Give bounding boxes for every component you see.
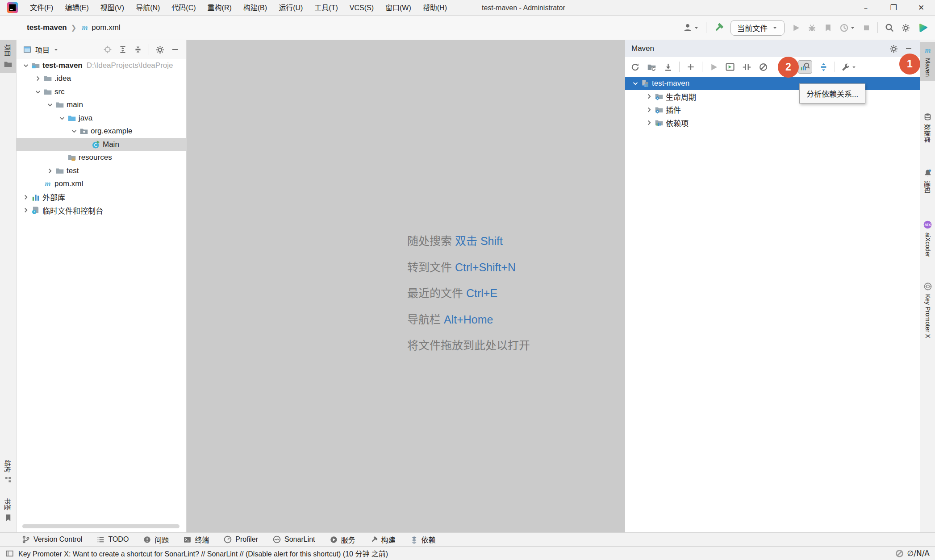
- stripe-tab-数据库[interactable]: 数据库: [920, 108, 935, 147]
- stripe-tab-书签[interactable]: 书签: [0, 494, 16, 526]
- debug-button[interactable]: [807, 23, 817, 33]
- tool-window-button-SonarLint[interactable]: SonarLint: [267, 533, 321, 546]
- collapse-all-button[interactable]: [134, 45, 142, 54]
- toggle-panels-button[interactable]: [5, 549, 14, 558]
- chevron-right-icon[interactable]: [21, 193, 31, 201]
- project-tree-row[interactable]: 外部库: [17, 191, 186, 204]
- generate-sources-button[interactable]: [646, 62, 657, 72]
- chevron-down-icon[interactable]: [45, 101, 55, 109]
- tool-window-button-Version-Control[interactable]: Version Control: [16, 533, 88, 546]
- maven-tree-row[interactable]: 生命周期: [625, 90, 920, 104]
- menu-item[interactable]: 代码(C): [166, 0, 201, 16]
- tool-window-button-TODO[interactable]: TODO: [91, 533, 134, 546]
- project-panel-title[interactable]: 项目: [35, 44, 50, 55]
- chevron-down-icon[interactable]: [630, 79, 640, 87]
- maven-tree-row[interactable]: m test-maven: [625, 77, 920, 90]
- bottom-tool-window-bar: Version Control TODO 问题 终端 Profiler Sona…: [0, 532, 935, 546]
- tool-window-button-构建[interactable]: 构建: [364, 533, 401, 546]
- download-sources-button[interactable]: [663, 62, 673, 72]
- menu-item[interactable]: 文件(F): [24, 0, 59, 16]
- stripe-tab-Maven[interactable]: m Maven: [920, 42, 935, 81]
- stripe-tab-aiXcoder[interactable]: AiX aiXcoder: [920, 216, 935, 261]
- menu-item[interactable]: 构建(B): [238, 0, 273, 16]
- build-hammer-button[interactable]: [713, 22, 724, 33]
- chevron-down-icon[interactable]: [53, 47, 59, 53]
- chevron-right-icon[interactable]: [33, 75, 43, 83]
- chevron-right-icon[interactable]: [644, 119, 654, 127]
- execute-goal-button[interactable]: [725, 62, 735, 72]
- project-tree-row[interactable]: src: [17, 85, 186, 99]
- run-goal-button[interactable]: [708, 62, 719, 72]
- stripe-tab-通知[interactable]: 通知: [920, 165, 935, 197]
- stripe-tab-Key-Promoter-X[interactable]: Key Promoter X: [920, 278, 935, 342]
- menu-item[interactable]: 帮助(H): [417, 0, 453, 16]
- skip-tests-button[interactable]: [741, 62, 752, 72]
- stripe-tab-结构[interactable]: 结构: [0, 456, 16, 488]
- project-tree-row[interactable]: test: [17, 164, 186, 178]
- maven-settings-button[interactable]: [889, 44, 898, 54]
- maximize-button[interactable]: ❐: [880, 0, 907, 15]
- chevron-down-icon[interactable]: [21, 62, 31, 70]
- chevron-down-icon[interactable]: [33, 88, 43, 96]
- hide-maven-panel-button[interactable]: [905, 45, 913, 53]
- tool-window-button-Profiler[interactable]: Profiler: [218, 533, 263, 546]
- chevron-down-icon[interactable]: [57, 114, 67, 122]
- breadcrumb-file[interactable]: m pom.xml: [80, 23, 120, 32]
- user-account-button[interactable]: [683, 23, 699, 33]
- libraries-icon: [31, 193, 41, 202]
- menu-item[interactable]: 运行(U): [273, 0, 309, 16]
- minimize-button[interactable]: –: [852, 0, 880, 15]
- project-tree-row[interactable]: main: [17, 99, 186, 112]
- plugin-logo-icon[interactable]: [917, 22, 929, 33]
- tool-window-button-依赖[interactable]: 依赖: [405, 533, 441, 546]
- divider: [877, 22, 878, 33]
- horizontal-scrollbar[interactable]: [22, 524, 179, 528]
- project-tree-row[interactable]: m pom.xml: [17, 178, 186, 191]
- chevron-down-icon[interactable]: [69, 127, 79, 135]
- analyze-dependencies-button[interactable]: [798, 60, 812, 74]
- menu-item[interactable]: 重构(R): [202, 0, 238, 16]
- close-button[interactable]: ✕: [907, 0, 935, 15]
- search-everywhere-button[interactable]: [885, 23, 894, 33]
- project-tree-row[interactable]: 临时文件和控制台: [17, 204, 186, 217]
- project-tree-row[interactable]: test-maven D:\IdeaProjects\IdeaProje: [17, 59, 186, 72]
- menu-item[interactable]: 窗口(W): [380, 0, 417, 16]
- offline-mode-button[interactable]: [758, 62, 768, 72]
- menu-item[interactable]: 编辑(E): [59, 0, 94, 16]
- stop-button[interactable]: [862, 24, 871, 32]
- run-configuration-select[interactable]: 当前文件: [730, 20, 785, 36]
- chevron-right-icon[interactable]: [21, 206, 31, 214]
- coverage-button[interactable]: [823, 23, 833, 33]
- maven-tree-row[interactable]: 插件: [625, 103, 920, 116]
- project-tree-row[interactable]: C Main: [17, 138, 186, 151]
- menu-item[interactable]: VCS(S): [344, 0, 380, 16]
- project-tree-row[interactable]: org.example: [17, 125, 186, 138]
- breadcrumb-project[interactable]: test-maven: [27, 23, 67, 32]
- maven-tree-row[interactable]: 依赖项: [625, 116, 920, 130]
- reload-maven-button[interactable]: [630, 62, 640, 72]
- project-tree-row[interactable]: resources: [17, 151, 186, 165]
- menu-item[interactable]: 导航(N): [130, 0, 166, 16]
- chevron-right-icon[interactable]: [644, 92, 654, 100]
- settings-gear-button[interactable]: [901, 23, 910, 33]
- project-tree-row[interactable]: java: [17, 112, 186, 125]
- menu-item[interactable]: 工具(T): [309, 0, 343, 16]
- tool-window-button-服务[interactable]: 服务: [324, 533, 361, 546]
- panel-settings-button[interactable]: [155, 45, 165, 54]
- locate-file-button[interactable]: [103, 45, 112, 54]
- tool-window-button-终端[interactable]: 终端: [178, 533, 214, 546]
- maven-wrench-button[interactable]: [841, 62, 857, 72]
- profiler-button[interactable]: [839, 23, 856, 33]
- project-tree-row[interactable]: .idea: [17, 72, 186, 86]
- menu-item[interactable]: 视图(V): [95, 0, 130, 16]
- chevron-right-icon[interactable]: [644, 106, 654, 114]
- run-button[interactable]: [791, 23, 801, 33]
- tool-window-button-问题[interactable]: 问题: [138, 533, 174, 546]
- hide-panel-button[interactable]: [171, 46, 179, 54]
- memory-indicator[interactable]: ∅/N/A: [895, 549, 930, 558]
- expand-all-button[interactable]: [118, 45, 127, 54]
- stripe-tab-项目[interactable]: 项目: [0, 40, 16, 73]
- add-maven-project-button[interactable]: [685, 62, 696, 71]
- chevron-right-icon[interactable]: [45, 167, 55, 175]
- expand-dependency-button[interactable]: [818, 62, 829, 72]
